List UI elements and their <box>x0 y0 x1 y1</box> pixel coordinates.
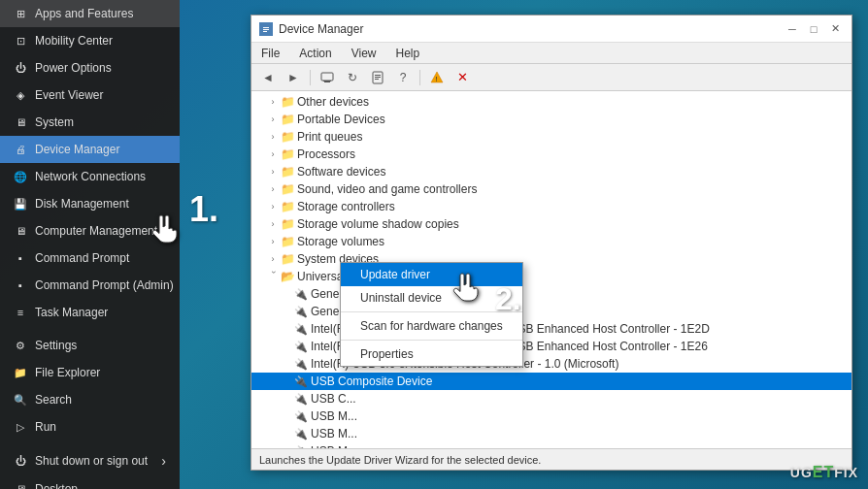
device-icon: 🔌 <box>294 340 308 353</box>
network-icon: 🌐 <box>14 170 27 183</box>
folder-icon: 📁 <box>281 182 294 196</box>
svg-rect-5 <box>324 82 330 82</box>
start-menu-item-run[interactable]: ▷ Run <box>0 413 180 440</box>
svg-rect-1 <box>263 27 269 28</box>
start-menu-item-desktop[interactable]: 🖥 Desktop <box>0 475 180 489</box>
toolbar: ◄ ► ↻ ? ! ✕ <box>251 64 851 91</box>
start-menu-item-search[interactable]: 🔍 Search <box>0 386 180 413</box>
search-icon: 🔍 <box>14 393 27 407</box>
tree-item-storage-controllers[interactable]: › 📁 Storage controllers <box>251 198 851 215</box>
toolbar-forward[interactable]: ► <box>283 68 304 87</box>
menu-file[interactable]: File <box>257 45 284 62</box>
menu-help[interactable]: Help <box>392 45 424 62</box>
step1-label: 1. <box>189 189 218 230</box>
tree-item-usb-composite[interactable]: 🔌 USB Composite Device <box>251 373 851 390</box>
device-icon: 🔌 <box>294 357 308 371</box>
start-menu-item-event-viewer[interactable]: ◈ Event Viewer <box>0 82 180 109</box>
desktop: ⊞ Apps and Features ⊡ Mobility Center ⏻ … <box>0 0 868 489</box>
ctx-scan-changes[interactable]: Scan for hardware changes <box>341 314 522 338</box>
ctx-properties[interactable]: Properties <box>341 342 522 366</box>
svg-text:!: ! <box>435 75 437 83</box>
toolbar-help[interactable]: ? <box>392 68 414 87</box>
device-icon: 🔌 <box>294 409 308 423</box>
toolbar-remove[interactable]: ✕ <box>451 68 473 87</box>
expand-arrow-down: › <box>267 271 279 282</box>
close-button[interactable]: ✕ <box>826 20 844 38</box>
expand-arrow: › <box>267 148 279 160</box>
folder-icon: 📁 <box>281 165 294 179</box>
expand-arrow: › <box>267 131 279 143</box>
svg-rect-2 <box>263 29 269 30</box>
device-icon: 🔌 <box>294 392 308 406</box>
folder-icon: 📁 <box>281 235 294 248</box>
window-title: Device Manager <box>279 22 363 36</box>
device-manager-icon: 🖨 <box>14 143 27 156</box>
cmd-icon: ▪ <box>14 251 27 265</box>
folder-icon: 📁 <box>281 200 294 213</box>
start-menu-item-file-explorer[interactable]: 📁 File Explorer <box>0 359 180 386</box>
start-menu-item-task-manager[interactable]: ≡ Task Manager <box>0 299 180 326</box>
title-bar: Device Manager ─ □ ✕ <box>251 16 851 43</box>
svg-rect-9 <box>375 77 381 78</box>
window-controls: ─ □ ✕ <box>784 20 844 38</box>
tree-item-usb-m3[interactable]: 🔌 USB M... <box>251 442 851 448</box>
tree-item-storage-shadow[interactable]: › 📁 Storage volume shadow copies <box>251 215 851 233</box>
expand-arrow: › <box>267 236 279 247</box>
device-icon: 🔌 <box>294 305 308 318</box>
svg-rect-10 <box>375 79 379 80</box>
toolbar-separator-2 <box>419 70 420 85</box>
tree-item-print-queues[interactable]: › 📁 Print queues <box>251 128 851 146</box>
folder-icon: 📁 <box>281 113 294 126</box>
tree-item-sound-video[interactable]: › 📁 Sound, video and game controllers <box>251 180 851 198</box>
start-menu-item-settings[interactable]: ⚙ Settings <box>0 332 180 359</box>
toolbar-separator-1 <box>310 70 311 85</box>
svg-rect-4 <box>321 73 333 81</box>
toolbar-refresh[interactable]: ↻ <box>342 68 363 87</box>
tree-item-other-devices[interactable]: › 📁 Other devices <box>251 93 851 111</box>
cmd-admin-icon: ▪ <box>14 278 27 292</box>
toolbar-computer[interactable] <box>317 68 338 87</box>
start-menu-item-shutdown[interactable]: ⏻ Shut down or sign out <box>0 446 180 475</box>
desktop-icon: 🖥 <box>14 482 27 489</box>
svg-rect-6 <box>323 81 331 82</box>
task-mgr-icon: ≡ <box>14 306 27 319</box>
start-menu-item-power-options[interactable]: ⏻ Power Options <box>0 54 180 82</box>
expand-arrow: › <box>267 218 279 230</box>
tree-item-software-devices[interactable]: › 📁 Software devices <box>251 163 851 180</box>
system-icon: 🖥 <box>14 115 27 129</box>
svg-rect-8 <box>375 75 381 76</box>
toolbar-warning[interactable]: ! <box>426 68 448 87</box>
tree-item-usb-c[interactable]: 🔌 USB C... <box>251 390 851 408</box>
tree-item-portable-devices[interactable]: › 📁 Portable Devices <box>251 111 851 128</box>
start-menu-item-command-prompt-admin[interactable]: ▪ Command Prompt (Admin) <box>0 272 180 299</box>
start-menu-item-mobility-center[interactable]: ⊡ Mobility Center <box>0 27 180 54</box>
minimize-button[interactable]: ─ <box>784 20 801 38</box>
tree-item-usb-m1[interactable]: 🔌 USB M... <box>251 408 851 425</box>
expand-arrow: › <box>267 183 279 195</box>
run-icon: ▷ <box>14 420 27 434</box>
disk-icon: 💾 <box>14 197 27 211</box>
folder-icon: 📁 <box>281 252 294 266</box>
expand-arrow: › <box>267 253 279 265</box>
tree-item-storage-volumes[interactable]: › 📁 Storage volumes <box>251 233 851 250</box>
device-icon: 🔌 <box>294 322 308 336</box>
cursor1-hand <box>144 213 179 254</box>
toolbar-back[interactable]: ◄ <box>257 68 279 87</box>
start-menu-item-apps-features[interactable]: ⊞ Apps and Features <box>0 0 180 27</box>
start-menu-item-device-manager[interactable]: 🖨 Device Manager <box>0 136 180 163</box>
mobility-icon: ⊡ <box>14 34 27 48</box>
start-menu-item-system[interactable]: 🖥 System <box>0 109 180 136</box>
folder-icon: 📁 <box>281 147 294 161</box>
tree-item-processors[interactable]: › 📁 Processors <box>251 146 851 163</box>
menu-view[interactable]: View <box>348 45 381 62</box>
toolbar-prop[interactable] <box>367 68 388 87</box>
menu-action[interactable]: Action <box>295 45 335 62</box>
device-manager-window: Device Manager ─ □ ✕ File Action View He… <box>250 15 852 471</box>
menu-bar: File Action View Help <box>251 43 851 64</box>
device-icon: 🔌 <box>294 427 308 440</box>
maximize-button[interactable]: □ <box>805 20 822 38</box>
expand-arrow: › <box>267 114 279 125</box>
tree-item-usb-m2[interactable]: 🔌 USB M... <box>251 425 851 442</box>
device-icon: 🔌 <box>294 287 308 301</box>
start-menu-item-network-connections[interactable]: 🌐 Network Connections <box>0 163 180 190</box>
